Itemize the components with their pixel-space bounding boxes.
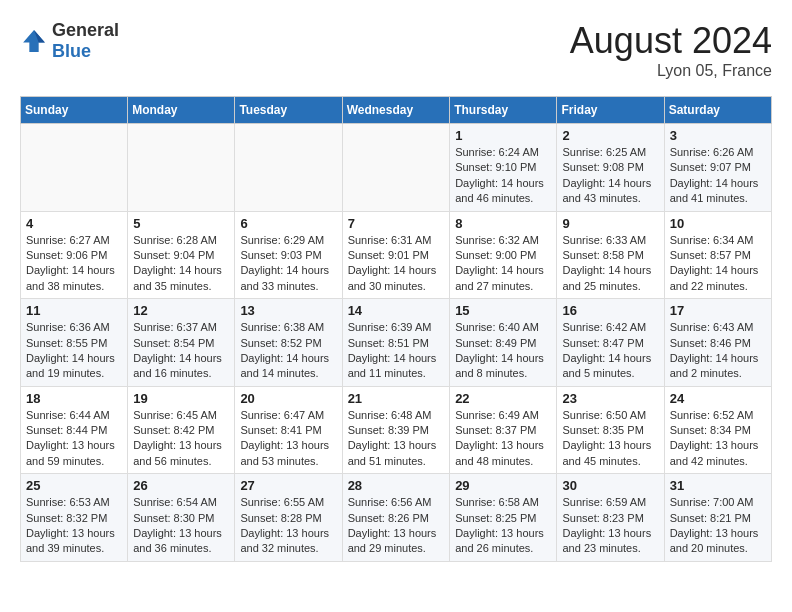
calendar-cell: 16Sunrise: 6:42 AM Sunset: 8:47 PM Dayli… xyxy=(557,299,664,387)
weekday-header: Tuesday xyxy=(235,97,342,124)
page-header: General Blue August 2024 Lyon 05, France xyxy=(20,20,772,80)
day-info: Sunrise: 6:25 AM Sunset: 9:08 PM Dayligh… xyxy=(562,145,658,207)
calendar-cell: 31Sunrise: 7:00 AM Sunset: 8:21 PM Dayli… xyxy=(664,474,771,562)
day-number: 23 xyxy=(562,391,658,406)
weekday-header: Friday xyxy=(557,97,664,124)
calendar-week-row: 11Sunrise: 6:36 AM Sunset: 8:55 PM Dayli… xyxy=(21,299,772,387)
day-number: 20 xyxy=(240,391,336,406)
logo: General Blue xyxy=(20,20,119,62)
weekday-header: Sunday xyxy=(21,97,128,124)
day-number: 17 xyxy=(670,303,766,318)
calendar-header: SundayMondayTuesdayWednesdayThursdayFrid… xyxy=(21,97,772,124)
calendar-cell xyxy=(128,124,235,212)
calendar-cell: 27Sunrise: 6:55 AM Sunset: 8:28 PM Dayli… xyxy=(235,474,342,562)
calendar-week-row: 18Sunrise: 6:44 AM Sunset: 8:44 PM Dayli… xyxy=(21,386,772,474)
calendar-cell: 24Sunrise: 6:52 AM Sunset: 8:34 PM Dayli… xyxy=(664,386,771,474)
day-info: Sunrise: 6:38 AM Sunset: 8:52 PM Dayligh… xyxy=(240,320,336,382)
calendar-cell: 13Sunrise: 6:38 AM Sunset: 8:52 PM Dayli… xyxy=(235,299,342,387)
day-info: Sunrise: 6:36 AM Sunset: 8:55 PM Dayligh… xyxy=(26,320,122,382)
day-info: Sunrise: 6:43 AM Sunset: 8:46 PM Dayligh… xyxy=(670,320,766,382)
calendar-cell xyxy=(21,124,128,212)
calendar-cell: 1Sunrise: 6:24 AM Sunset: 9:10 PM Daylig… xyxy=(450,124,557,212)
weekday-header: Wednesday xyxy=(342,97,450,124)
day-number: 11 xyxy=(26,303,122,318)
calendar-cell: 26Sunrise: 6:54 AM Sunset: 8:30 PM Dayli… xyxy=(128,474,235,562)
day-info: Sunrise: 6:59 AM Sunset: 8:23 PM Dayligh… xyxy=(562,495,658,557)
calendar-cell: 3Sunrise: 6:26 AM Sunset: 9:07 PM Daylig… xyxy=(664,124,771,212)
day-info: Sunrise: 6:44 AM Sunset: 8:44 PM Dayligh… xyxy=(26,408,122,470)
day-info: Sunrise: 6:53 AM Sunset: 8:32 PM Dayligh… xyxy=(26,495,122,557)
calendar-cell: 5Sunrise: 6:28 AM Sunset: 9:04 PM Daylig… xyxy=(128,211,235,299)
day-number: 12 xyxy=(133,303,229,318)
logo-blue: Blue xyxy=(52,41,91,61)
day-info: Sunrise: 6:26 AM Sunset: 9:07 PM Dayligh… xyxy=(670,145,766,207)
day-info: Sunrise: 7:00 AM Sunset: 8:21 PM Dayligh… xyxy=(670,495,766,557)
day-number: 3 xyxy=(670,128,766,143)
day-number: 27 xyxy=(240,478,336,493)
day-number: 1 xyxy=(455,128,551,143)
calendar-week-row: 4Sunrise: 6:27 AM Sunset: 9:06 PM Daylig… xyxy=(21,211,772,299)
day-info: Sunrise: 6:58 AM Sunset: 8:25 PM Dayligh… xyxy=(455,495,551,557)
day-info: Sunrise: 6:40 AM Sunset: 8:49 PM Dayligh… xyxy=(455,320,551,382)
day-info: Sunrise: 6:42 AM Sunset: 8:47 PM Dayligh… xyxy=(562,320,658,382)
calendar-cell: 9Sunrise: 6:33 AM Sunset: 8:58 PM Daylig… xyxy=(557,211,664,299)
calendar-cell: 30Sunrise: 6:59 AM Sunset: 8:23 PM Dayli… xyxy=(557,474,664,562)
day-number: 24 xyxy=(670,391,766,406)
calendar-cell: 19Sunrise: 6:45 AM Sunset: 8:42 PM Dayli… xyxy=(128,386,235,474)
calendar-table: SundayMondayTuesdayWednesdayThursdayFrid… xyxy=(20,96,772,562)
day-info: Sunrise: 6:28 AM Sunset: 9:04 PM Dayligh… xyxy=(133,233,229,295)
weekday-row: SundayMondayTuesdayWednesdayThursdayFrid… xyxy=(21,97,772,124)
calendar-cell: 29Sunrise: 6:58 AM Sunset: 8:25 PM Dayli… xyxy=(450,474,557,562)
logo-icon xyxy=(20,27,48,55)
day-info: Sunrise: 6:27 AM Sunset: 9:06 PM Dayligh… xyxy=(26,233,122,295)
day-info: Sunrise: 6:39 AM Sunset: 8:51 PM Dayligh… xyxy=(348,320,445,382)
calendar-cell: 22Sunrise: 6:49 AM Sunset: 8:37 PM Dayli… xyxy=(450,386,557,474)
day-number: 28 xyxy=(348,478,445,493)
day-info: Sunrise: 6:45 AM Sunset: 8:42 PM Dayligh… xyxy=(133,408,229,470)
calendar-cell: 18Sunrise: 6:44 AM Sunset: 8:44 PM Dayli… xyxy=(21,386,128,474)
calendar-cell: 15Sunrise: 6:40 AM Sunset: 8:49 PM Dayli… xyxy=(450,299,557,387)
calendar-cell: 12Sunrise: 6:37 AM Sunset: 8:54 PM Dayli… xyxy=(128,299,235,387)
day-info: Sunrise: 6:52 AM Sunset: 8:34 PM Dayligh… xyxy=(670,408,766,470)
calendar-cell: 8Sunrise: 6:32 AM Sunset: 9:00 PM Daylig… xyxy=(450,211,557,299)
day-number: 30 xyxy=(562,478,658,493)
day-info: Sunrise: 6:29 AM Sunset: 9:03 PM Dayligh… xyxy=(240,233,336,295)
day-info: Sunrise: 6:50 AM Sunset: 8:35 PM Dayligh… xyxy=(562,408,658,470)
logo-general: General xyxy=(52,20,119,40)
day-number: 21 xyxy=(348,391,445,406)
calendar-cell: 23Sunrise: 6:50 AM Sunset: 8:35 PM Dayli… xyxy=(557,386,664,474)
day-info: Sunrise: 6:48 AM Sunset: 8:39 PM Dayligh… xyxy=(348,408,445,470)
day-number: 13 xyxy=(240,303,336,318)
weekday-header: Monday xyxy=(128,97,235,124)
day-info: Sunrise: 6:31 AM Sunset: 9:01 PM Dayligh… xyxy=(348,233,445,295)
day-info: Sunrise: 6:24 AM Sunset: 9:10 PM Dayligh… xyxy=(455,145,551,207)
day-number: 2 xyxy=(562,128,658,143)
calendar-cell xyxy=(235,124,342,212)
day-number: 15 xyxy=(455,303,551,318)
calendar-cell: 25Sunrise: 6:53 AM Sunset: 8:32 PM Dayli… xyxy=(21,474,128,562)
month-title: August 2024 xyxy=(570,20,772,62)
day-number: 8 xyxy=(455,216,551,231)
calendar-cell: 2Sunrise: 6:25 AM Sunset: 9:08 PM Daylig… xyxy=(557,124,664,212)
title-block: August 2024 Lyon 05, France xyxy=(570,20,772,80)
day-info: Sunrise: 6:34 AM Sunset: 8:57 PM Dayligh… xyxy=(670,233,766,295)
day-info: Sunrise: 6:33 AM Sunset: 8:58 PM Dayligh… xyxy=(562,233,658,295)
location-title: Lyon 05, France xyxy=(570,62,772,80)
day-info: Sunrise: 6:49 AM Sunset: 8:37 PM Dayligh… xyxy=(455,408,551,470)
calendar-cell: 4Sunrise: 6:27 AM Sunset: 9:06 PM Daylig… xyxy=(21,211,128,299)
day-number: 31 xyxy=(670,478,766,493)
day-number: 5 xyxy=(133,216,229,231)
day-number: 22 xyxy=(455,391,551,406)
day-info: Sunrise: 6:54 AM Sunset: 8:30 PM Dayligh… xyxy=(133,495,229,557)
day-number: 19 xyxy=(133,391,229,406)
day-info: Sunrise: 6:37 AM Sunset: 8:54 PM Dayligh… xyxy=(133,320,229,382)
weekday-header: Saturday xyxy=(664,97,771,124)
day-info: Sunrise: 6:56 AM Sunset: 8:26 PM Dayligh… xyxy=(348,495,445,557)
calendar-cell: 21Sunrise: 6:48 AM Sunset: 8:39 PM Dayli… xyxy=(342,386,450,474)
calendar-cell: 20Sunrise: 6:47 AM Sunset: 8:41 PM Dayli… xyxy=(235,386,342,474)
calendar-week-row: 1Sunrise: 6:24 AM Sunset: 9:10 PM Daylig… xyxy=(21,124,772,212)
calendar-cell: 11Sunrise: 6:36 AM Sunset: 8:55 PM Dayli… xyxy=(21,299,128,387)
day-number: 9 xyxy=(562,216,658,231)
calendar-body: 1Sunrise: 6:24 AM Sunset: 9:10 PM Daylig… xyxy=(21,124,772,562)
day-number: 29 xyxy=(455,478,551,493)
